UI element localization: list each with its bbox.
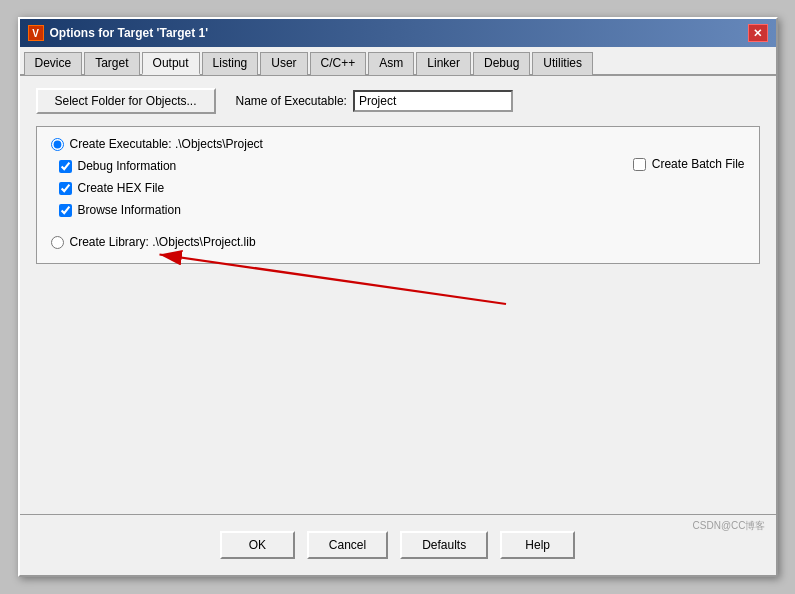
options-layout: Create Executable: .\Objects\Project Deb… <box>51 137 745 249</box>
help-button[interactable]: Help <box>500 531 575 559</box>
dialog-title: Options for Target 'Target 1' <box>50 26 209 40</box>
cancel-button[interactable]: Cancel <box>307 531 388 559</box>
create-batch-checkbox[interactable]: Create Batch File <box>633 157 745 171</box>
options-left-column: Create Executable: .\Objects\Project Deb… <box>51 137 263 249</box>
create-library-radio-input[interactable] <box>51 236 64 249</box>
create-executable-label: Create Executable: .\Objects\Project <box>70 137 263 151</box>
create-hex-checkbox[interactable]: Create HEX File <box>51 181 263 195</box>
exe-name-input[interactable] <box>353 90 513 112</box>
tab-listing[interactable]: Listing <box>202 52 259 75</box>
browse-info-label: Browse Information <box>78 203 181 217</box>
tab-user[interactable]: User <box>260 52 307 75</box>
button-bar: OK Cancel Defaults Help <box>20 514 776 575</box>
create-batch-checkbox-input[interactable] <box>633 158 646 171</box>
tab-linker[interactable]: Linker <box>416 52 471 75</box>
tab-utilities[interactable]: Utilities <box>532 52 593 75</box>
tab-device[interactable]: Device <box>24 52 83 75</box>
app-icon: V <box>28 25 44 41</box>
title-bar: V Options for Target 'Target 1' ✕ <box>20 19 776 47</box>
defaults-button[interactable]: Defaults <box>400 531 488 559</box>
tab-debug[interactable]: Debug <box>473 52 530 75</box>
dialog-window: V Options for Target 'Target 1' ✕ Device… <box>18 17 778 577</box>
tab-bar: Device Target Output Listing User C/C++ … <box>20 47 776 76</box>
create-hex-checkbox-input[interactable] <box>59 182 72 195</box>
tab-asm[interactable]: Asm <box>368 52 414 75</box>
title-bar-left: V Options for Target 'Target 1' <box>28 25 209 41</box>
create-hex-label: Create HEX File <box>78 181 165 195</box>
watermark: CSDN@CC博客 <box>693 519 766 533</box>
select-folder-button[interactable]: Select Folder for Objects... <box>36 88 216 114</box>
tab-output[interactable]: Output <box>142 52 200 75</box>
create-executable-radio-input[interactable] <box>51 138 64 151</box>
debug-info-label: Debug Information <box>78 159 177 173</box>
options-right-column: Create Batch File <box>633 137 745 171</box>
browse-info-checkbox[interactable]: Browse Information <box>51 203 263 217</box>
ok-button[interactable]: OK <box>220 531 295 559</box>
exe-name-group: Name of Executable: <box>236 90 513 112</box>
tab-cpp[interactable]: C/C++ <box>310 52 367 75</box>
create-library-radio[interactable]: Create Library: .\Objects\Project.lib <box>51 235 263 249</box>
options-group: Create Executable: .\Objects\Project Deb… <box>36 126 760 264</box>
svg-line-1 <box>159 255 506 305</box>
browse-info-checkbox-input[interactable] <box>59 204 72 217</box>
top-row: Select Folder for Objects... Name of Exe… <box>36 88 760 114</box>
tab-target[interactable]: Target <box>84 52 139 75</box>
close-button[interactable]: ✕ <box>748 24 768 42</box>
dialog-content: Select Folder for Objects... Name of Exe… <box>20 76 776 346</box>
create-executable-radio[interactable]: Create Executable: .\Objects\Project <box>51 137 263 151</box>
output-tab-content: Select Folder for Objects... Name of Exe… <box>20 76 776 286</box>
create-batch-label: Create Batch File <box>652 157 745 171</box>
exe-name-label: Name of Executable: <box>236 94 347 108</box>
create-library-label: Create Library: .\Objects\Project.lib <box>70 235 256 249</box>
debug-info-checkbox-input[interactable] <box>59 160 72 173</box>
debug-info-checkbox[interactable]: Debug Information <box>51 159 263 173</box>
